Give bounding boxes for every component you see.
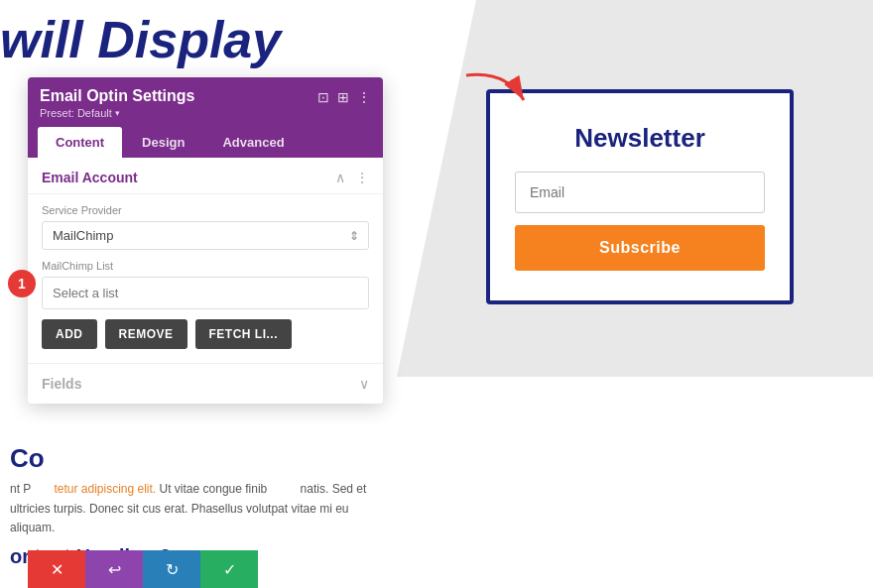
panel-tabs: Content Design Advanced [28, 127, 383, 158]
save-icon: ✓ [223, 560, 236, 579]
service-provider-field: Service Provider MailChimp ⇕ [28, 194, 383, 260]
email-account-title: Email Account [42, 170, 138, 185]
preset-dropdown-arrow: ▾ [115, 108, 120, 118]
newsletter-card: Newsletter Subscribe [486, 89, 794, 304]
undo-button[interactable]: ↩ [85, 550, 143, 588]
bottom-toolbar: ✕ ↩ ↻ ✓ [28, 550, 258, 588]
fullscreen-icon[interactable]: ⊡ [317, 89, 329, 105]
tab-design[interactable]: Design [124, 127, 202, 158]
red-arrow-icon [456, 65, 536, 115]
add-button[interactable]: ADD [42, 319, 97, 349]
step-badge: 1 [8, 270, 36, 297]
panel-body: Email Account ∧ ⋮ Service Provider MailC… [28, 158, 383, 404]
undo-icon: ↩ [108, 560, 121, 579]
panel-header: Email Optin Settings Preset: Default ▾ ⊡… [28, 77, 383, 127]
action-buttons: ADD REMOVE FETCH LI... [28, 319, 383, 363]
cancel-button[interactable]: ✕ [28, 550, 85, 588]
mailchimp-list-label: MailChimp List [28, 260, 383, 272]
fields-expand-icon: ∨ [359, 376, 369, 392]
cancel-icon: ✕ [51, 560, 63, 579]
fields-section[interactable]: Fields ∨ [28, 363, 383, 404]
content-label: Co [10, 443, 387, 474]
redo-button[interactable]: ↻ [143, 550, 200, 588]
collapse-icon[interactable]: ∧ [335, 170, 345, 185]
mailchimp-list-input[interactable] [42, 277, 369, 309]
more-options-icon[interactable]: ⋮ [357, 89, 371, 105]
fields-title: Fields [42, 376, 81, 392]
highlight-text: tetur adipiscing elit. [54, 482, 156, 496]
tab-content[interactable]: Content [38, 127, 122, 158]
newsletter-email-input[interactable] [515, 172, 765, 213]
tab-advanced[interactable]: Advanced [204, 127, 302, 158]
newsletter-subscribe-button[interactable]: Subscribe [515, 225, 765, 271]
panel-header-left: Email Optin Settings Preset: Default ▾ [40, 87, 194, 119]
panel-preset-text: Preset: Default [40, 107, 112, 119]
content-paragraph: nt P tetur adipiscing elit. Ut vitae con… [10, 480, 387, 537]
settings-panel: Email Optin Settings Preset: Default ▾ ⊡… [28, 77, 383, 404]
remove-button[interactable]: REMOVE [105, 319, 187, 349]
service-provider-select[interactable]: MailChimp [42, 221, 369, 250]
email-account-section-header: Email Account ∧ ⋮ [28, 158, 383, 194]
save-button[interactable]: ✓ [200, 550, 258, 588]
panel-header-icons: ⊡ ⊞ ⋮ [317, 89, 371, 105]
service-provider-select-wrapper: MailChimp ⇕ [42, 221, 369, 250]
panel-title: Email Optin Settings [40, 87, 194, 105]
service-provider-label: Service Provider [42, 204, 369, 216]
fetch-list-button[interactable]: FETCH LI... [195, 319, 293, 349]
section-more-icon[interactable]: ⋮ [355, 170, 369, 185]
redo-icon: ↻ [166, 560, 179, 579]
newsletter-title: Newsletter [515, 123, 765, 154]
grid-icon[interactable]: ⊞ [337, 89, 349, 105]
panel-preset[interactable]: Preset: Default ▾ [40, 107, 194, 119]
section-header-icons: ∧ ⋮ [335, 170, 369, 185]
page-heading: will Display [0, 10, 281, 69]
